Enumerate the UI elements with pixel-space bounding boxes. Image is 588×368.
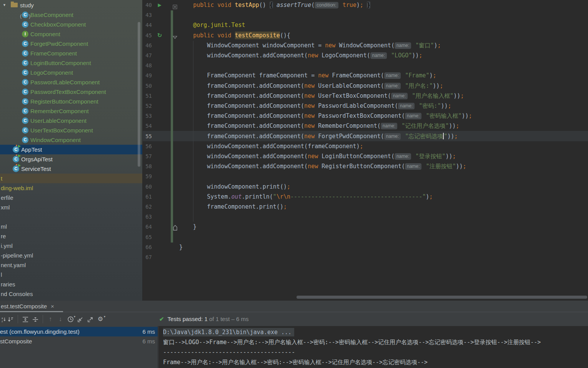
code-line-57[interactable]: 57 windowComponent.addComponent(new Logi… [143, 151, 588, 162]
tree-item-blank[interactable] [0, 212, 142, 222]
settings-button[interactable]: ⚙▾ [95, 312, 105, 326]
code-line-53[interactable]: 53 frameComponent.addComponent(new Passw… [143, 111, 588, 121]
console-line: -------------------------------------- [163, 347, 588, 357]
rerun-test-icon[interactable]: ↻ [156, 30, 163, 41]
status-passed-text: Tests passed: 1 [168, 316, 208, 322]
line-number: 53 [143, 111, 152, 121]
export-test-results-button[interactable] [85, 312, 95, 326]
code-line-62[interactable]: 62 frameComponent.print(); [143, 202, 588, 212]
tree-item-PasswordTextBoxComponent[interactable]: CPasswordTextBoxComponent [0, 87, 142, 97]
class-icon: C [22, 21, 28, 28]
tree-item-CheckboxComponent[interactable]: CCheckboxComponent [0, 20, 142, 29]
parameter-hint: name: [381, 123, 397, 129]
expand-all-button[interactable] [20, 312, 30, 326]
tree-item-RegisterButtonComponent[interactable]: CRegisterButtonComponent [0, 97, 142, 106]
test-result-row[interactable]: stComposite6 ms [0, 336, 158, 346]
tree-item-RememberComponent[interactable]: CRememberComponent [0, 106, 142, 116]
sort-by-duration-button[interactable] [5, 312, 15, 326]
run-content: est (com.flowyun.dingding.test)6 msstCom… [0, 326, 588, 368]
tree-item-label: -pipeline.yml [1, 251, 33, 260]
test-duration: 6 ms [142, 327, 155, 336]
code-editor[interactable]: 40▶ public void testApp() { assertTrue(c… [143, 0, 588, 301]
line-number: 47 [143, 50, 152, 61]
tree-item-erfile[interactable]: erfile [0, 193, 142, 202]
code-line-54[interactable]: 54 frameComponent.addComponent(new Remem… [143, 121, 588, 131]
tree-item-Component[interactable]: IComponent [0, 29, 142, 39]
tree-item-raries[interactable]: raries [0, 279, 142, 289]
code-line-47[interactable]: 47 windowComponent.addComponent(new Logo… [143, 50, 588, 61]
tree-item-ForgetPwdComponent[interactable]: CForgetPwdComponent [0, 39, 142, 49]
code-line-40[interactable]: 40▶ public void testApp() { assertTrue(c… [143, 0, 588, 10]
tree-item-ServiceTest[interactable]: CServiceTest [0, 164, 142, 174]
sort-alphabetically-button[interactable]: az [0, 312, 5, 326]
tree-item-UserLableComponent[interactable]: CUserLableComponent [0, 116, 142, 125]
previous-occurrence-button[interactable]: ↑ [45, 312, 55, 326]
run-tool-window: est.testComposite× az↑↓▾⚙▾ ✔Tests passed… [0, 301, 588, 368]
tree-item-ml[interactable]: ml [0, 222, 142, 231]
class-icon: C [22, 137, 28, 143]
test-name: stComposite [0, 338, 32, 345]
code-line-63[interactable]: 63 [143, 212, 588, 222]
tree-item-re[interactable]: re [0, 231, 142, 241]
line-number: 63 [143, 212, 152, 222]
tree-item-i-yml[interactable]: i.yml [0, 241, 142, 251]
code-line-67[interactable]: 67 [143, 252, 588, 263]
collapse-all-button[interactable] [30, 312, 40, 326]
tree-expand-icon[interactable]: ▼ [3, 0, 6, 10]
import-test-results-button[interactable] [75, 312, 85, 326]
code-line-50[interactable]: 50 frameComponent.addComponent(new UserL… [143, 81, 588, 91]
tree-item-study[interactable]: ▼study [0, 0, 142, 10]
code-text: frameComponent.addComponent(new UserLabl… [179, 81, 443, 91]
code-line-45[interactable]: 45↻ public void testComposite(){ [143, 30, 588, 41]
code-line-46[interactable]: 46 WindowComponent windowComponent = new… [143, 40, 588, 51]
class-icon: C [22, 40, 28, 47]
code-line-64[interactable]: 64 } [143, 222, 588, 232]
tree-item-PasswordLableComponent[interactable]: CPasswordLableComponent [0, 77, 142, 87]
tree-item-ding-web-iml[interactable]: ding-web.iml [0, 183, 142, 193]
code-line-52[interactable]: 52 frameComponent.addComponent(new Passw… [143, 101, 588, 111]
tree-item-nd-Consoles[interactable]: nd Consoles [0, 289, 142, 299]
tab-test-composite[interactable]: est.testComposite× [0, 302, 54, 312]
test-class-icon: C [13, 156, 19, 162]
code-line-55[interactable]: 55 frameComponent.addComponent(new Forge… [143, 131, 588, 142]
tree-item-FrameComponent[interactable]: CFrameComponent [0, 49, 142, 58]
code-text: frameComponent.addComponent(new UserText… [179, 91, 464, 101]
dropdown-caret-icon: ▾ [104, 310, 105, 324]
tree-item-LogoComponent[interactable]: CLogoComponent [0, 68, 142, 77]
code-line-58[interactable]: 58 windowComponent.addComponent(new Regi… [143, 161, 588, 172]
line-number: 56 [143, 141, 152, 152]
code-line-43[interactable]: 43 [143, 10, 588, 20]
class-icon: C [22, 79, 28, 85]
tree-item-nent-yaml[interactable]: nent.yaml [0, 260, 142, 270]
tree-item--pipeline-yml[interactable]: -pipeline.yml [0, 251, 142, 260]
code-line-56[interactable]: 56 windowComponent.addComponent(frameCom… [143, 141, 588, 152]
tree-item-BaseComponent[interactable]: (C)BaseComponent [0, 10, 142, 20]
code-line-48[interactable]: 48 [143, 60, 588, 71]
tree-scrollbar[interactable] [138, 22, 140, 167]
run-test-icon[interactable]: ▶ [156, 0, 163, 10]
tree-item-UserTextBoxComponent[interactable]: CUserTextBoxComponent [0, 125, 142, 135]
code-line-59[interactable]: 59 [143, 171, 588, 182]
console-output[interactable]: D:\Java\jdk1.8.0_231\bin\java.exe ...窗口-… [158, 326, 588, 368]
status-detail-text: of 1 test – 6 ms [208, 316, 249, 322]
close-icon[interactable]: × [51, 303, 54, 309]
code-line-44[interactable]: 44 @org.junit.Test [143, 20, 588, 30]
tree-item-l[interactable]: l [0, 270, 142, 279]
code-line-61[interactable]: 61 System.out.println("\r\n-------------… [143, 192, 588, 202]
tree-item-LoginButtonComponent[interactable]: CLoginButtonComponent [0, 58, 142, 68]
tree-item-AppTest[interactable]: CAppTest [0, 145, 142, 154]
tree-item-label: LoginButtonComponent [30, 58, 91, 68]
code-line-51[interactable]: 51 frameComponent.addComponent(new UserT… [143, 91, 588, 101]
code-line-60[interactable]: 60 windowComponent.print(); [143, 182, 588, 192]
tree-item-t[interactable]: t [0, 174, 142, 183]
tree-item-WindowComponent[interactable]: CWindowComponent [0, 135, 142, 145]
tree-item-xml[interactable]: xml [0, 202, 142, 212]
code-line-49[interactable]: 49 FrameComponent frameComponent = new F… [143, 70, 588, 81]
editor-horizontal-scrollbar[interactable] [296, 296, 587, 299]
test-result-row[interactable]: est (com.flowyun.dingding.test)6 ms [0, 327, 158, 336]
next-occurrence-button[interactable]: ↓ [55, 312, 65, 326]
code-line-65[interactable]: 65 [143, 232, 588, 243]
tree-item-OrgsApiTest[interactable]: COrgsApiTest [0, 154, 142, 164]
code-line-66[interactable]: 66} [143, 242, 588, 253]
test-history-button[interactable]: ▾ [65, 312, 75, 326]
